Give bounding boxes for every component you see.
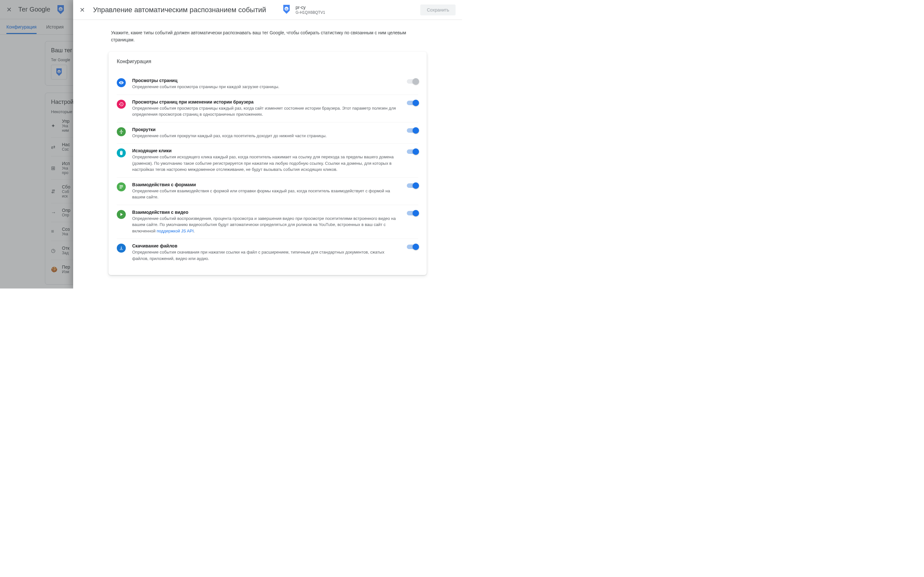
history-icon [117, 100, 126, 109]
event-title: Скачивание файлов [132, 243, 401, 248]
property-chip: G pr-cy G-H1QX6BQTV1 [283, 5, 325, 15]
event-desc: Определение события просмотра страницы к… [132, 105, 401, 118]
event-desc: Определение события скачивания при нажат… [132, 249, 401, 261]
toggle-forms[interactable] [407, 183, 418, 188]
modal-body: Укажите, какие типы событий должен автом… [73, 20, 462, 288]
event-settings-modal: ✕ Управление автоматическим распознанием… [73, 0, 462, 288]
eye-icon [117, 78, 126, 87]
google-tag-icon: G [283, 5, 292, 15]
event-title: Взаимодействия с видео [132, 210, 401, 215]
scroll-icon [117, 127, 126, 136]
event-desc: Определение события просмотра страницы п… [132, 84, 401, 90]
toggle-scroll[interactable] [407, 128, 418, 133]
js-api-link[interactable]: поддержкой JS API [157, 229, 194, 234]
event-text: Просмотры страницОпределение события про… [132, 78, 401, 90]
toggle-video[interactable] [407, 211, 418, 215]
event-text: Просмотры страниц при изменении истории … [132, 99, 401, 118]
modal-title: Управление автоматическим распознанием с… [93, 6, 266, 14]
modal-header: ✕ Управление автоматическим распознанием… [73, 0, 462, 20]
event-title: Прокрутки [132, 127, 401, 132]
event-text: Исходящие кликиОпределение события исход… [132, 148, 401, 173]
modal-description: Укажите, какие типы событий должен автом… [108, 29, 427, 52]
event-desc: Определение события прокрутки каждый раз… [132, 133, 401, 139]
event-text: Взаимодействия с формамиОпределение собы… [132, 182, 401, 200]
event-title: Просмотры страниц при изменении истории … [132, 99, 401, 105]
event-title: Исходящие клики [132, 148, 401, 153]
events-list: Просмотры страницОпределение события про… [117, 73, 418, 266]
toggle-history_change[interactable] [407, 101, 418, 105]
svg-text:G: G [286, 7, 288, 11]
event-title: Просмотры страниц [132, 78, 401, 83]
property-id: G-H1QX6BQTV1 [296, 10, 325, 15]
event-desc: Определение события взаимодействия с фор… [132, 188, 401, 200]
event-desc: Определение событий воспроизведения, про… [132, 215, 401, 234]
toggle-outbound[interactable] [407, 149, 418, 154]
play-icon [117, 210, 126, 219]
event-text: Скачивание файловОпределение события ска… [132, 243, 401, 261]
form-icon [117, 182, 126, 191]
event-title: Взаимодействия с формами [132, 182, 401, 187]
mouse-icon [117, 148, 126, 157]
toggle-download[interactable] [407, 245, 418, 249]
close-icon[interactable]: ✕ [79, 6, 86, 14]
event-text: ПрокруткиОпределение события прокрутки к… [132, 127, 401, 139]
event-row-scroll: ПрокруткиОпределение события прокрутки к… [117, 122, 418, 143]
config-card: Конфигурация Просмотры страницОпределени… [108, 52, 427, 275]
event-desc: Определение события исходящего клика каж… [132, 154, 401, 173]
save-button[interactable]: Сохранить [420, 5, 456, 15]
event-text: Взаимодействия с видеоОпределение событи… [132, 210, 401, 234]
config-card-title: Конфигурация [117, 59, 418, 64]
event-row-outbound: Исходящие кликиОпределение события исход… [117, 143, 418, 177]
property-name: pr-cy [296, 5, 325, 10]
event-row-download: Скачивание файловОпределение события ска… [117, 239, 418, 266]
download-icon [117, 243, 126, 253]
toggle-page_view [407, 79, 418, 84]
event-row-page_view: Просмотры страницОпределение события про… [117, 73, 418, 95]
event-row-history_change: Просмотры страниц при изменении истории … [117, 95, 418, 122]
event-row-video: Взаимодействия с видеоОпределение событи… [117, 205, 418, 239]
event-row-forms: Взаимодействия с формамиОпределение собы… [117, 177, 418, 205]
